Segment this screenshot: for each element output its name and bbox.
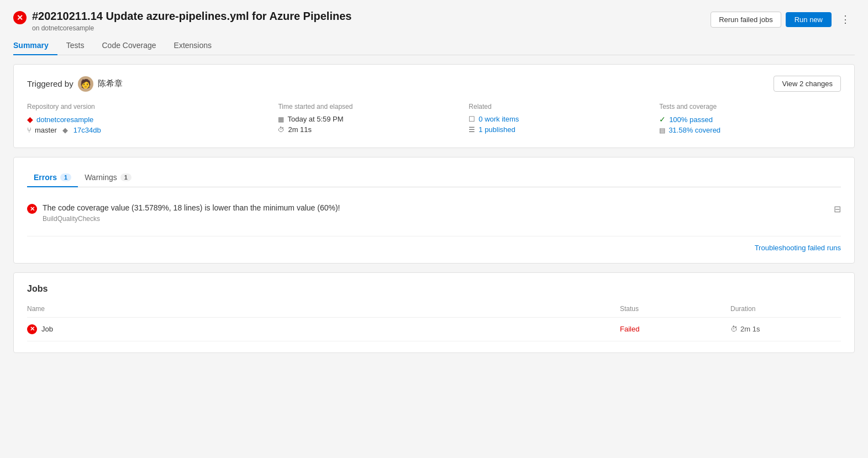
commit-hash[interactable]: 17c34db [73, 126, 101, 134]
error-item-icon: ✕ [27, 204, 37, 214]
coverage-icon: ▤ [659, 127, 665, 134]
triggered-label: Triggered by [27, 79, 73, 88]
branch-name: master [35, 126, 57, 134]
col-header-duration: Duration [730, 303, 841, 318]
calendar-icon: ▦ [278, 115, 284, 123]
errors-badge: 1 [60, 173, 71, 181]
tab-extensions[interactable]: Extensions [165, 36, 220, 55]
repo-icon: ◆ [27, 115, 33, 124]
warnings-badge: 1 [120, 173, 131, 181]
published-link[interactable]: 1 published [478, 125, 515, 134]
triggered-user: 陈希章 [98, 78, 123, 89]
branch-icon: ⑂ [27, 126, 31, 134]
run-new-button[interactable]: Run new [786, 12, 832, 27]
more-options-button[interactable]: ⋮ [836, 11, 855, 28]
table-row[interactable]: ✕ Job Failed ⏱ 2m 1s [27, 317, 841, 341]
tab-tests[interactable]: Tests [57, 36, 93, 55]
job-status: Failed [620, 325, 639, 333]
col-header-name: Name [27, 303, 620, 318]
main-tabs: Summary Tests Code Coverage Extensions [13, 36, 855, 55]
coverage-value[interactable]: 31.58% covered [669, 126, 720, 134]
pipeline-status-icon: ✕ [13, 11, 27, 24]
error-action-icon[interactable]: ⊟ [834, 204, 841, 214]
view-changes-button[interactable]: View 2 changes [774, 76, 841, 92]
error-source: BuildQualityChecks [43, 215, 340, 223]
tests-coverage-section: Tests and coverage ✓ 100% passed ▤ 31.58… [659, 103, 841, 136]
duration-clock-icon: ⏱ [730, 325, 738, 333]
errors-tabs: Errors 1 Warnings 1 [27, 169, 841, 187]
avatar: 🧑 [78, 76, 93, 92]
job-name: Job [41, 325, 53, 333]
tab-errors[interactable]: Errors 1 [27, 169, 78, 187]
tests-passed-icon: ✓ [659, 115, 666, 124]
time-section: Time started and elapsed ▦ Today at 5:59… [278, 103, 460, 136]
jobs-table: Name Status Duration ✕ Job Failed [27, 303, 841, 341]
error-message: The code coverage value (31.5789%, 18 li… [43, 203, 340, 214]
repo-section-label: Repository and version [27, 103, 269, 110]
published-icon: ☰ [469, 125, 475, 134]
time-started: Today at 5:59 PM [287, 115, 343, 123]
elapsed-time: 2m 11s [288, 125, 312, 134]
tests-section-label: Tests and coverage [659, 103, 841, 110]
rerun-failed-jobs-button[interactable]: Rerun failed jobs [711, 12, 781, 28]
troubleshoot-link[interactable]: Troubleshooting failed runs [755, 244, 841, 252]
jobs-card: Jobs Name Status Duration ✕ Job [13, 272, 855, 353]
clock-icon: ⏱ [278, 126, 285, 134]
job-status-icon: ✕ [27, 324, 37, 334]
repo-name[interactable]: dotnetcoresample [36, 115, 93, 124]
col-header-status: Status [620, 303, 730, 318]
page-title: #20210211.14 Update azure-pipelines.yml … [32, 9, 351, 23]
related-section-label: Related [469, 103, 650, 110]
work-items-icon: ☐ [469, 115, 475, 123]
time-section-label: Time started and elapsed [278, 103, 460, 110]
error-item: ✕ The code coverage value (31.5789%, 18 … [27, 198, 841, 227]
jobs-section-title: Jobs [27, 284, 841, 294]
pipeline-subtitle: on dotnetcoresample [32, 24, 351, 32]
work-items-link[interactable]: 0 work items [478, 115, 519, 123]
job-duration: 2m 1s [740, 325, 760, 333]
errors-warnings-card: Errors 1 Warnings 1 ✕ The code coverage … [13, 157, 855, 264]
tab-warnings[interactable]: Warnings 1 [78, 169, 138, 187]
tests-passed[interactable]: 100% passed [669, 115, 713, 124]
related-section: Related ☐ 0 work items ☰ 1 published [469, 103, 650, 136]
triggered-by-section: Triggered by 🧑 陈希章 [27, 76, 123, 92]
tab-code-coverage[interactable]: Code Coverage [93, 36, 165, 55]
tab-summary[interactable]: Summary [13, 36, 57, 55]
repo-version-section: Repository and version ◆ dotnetcoresampl… [27, 103, 269, 136]
triggered-card: Triggered by 🧑 陈希章 View 2 changes Reposi… [13, 64, 855, 148]
